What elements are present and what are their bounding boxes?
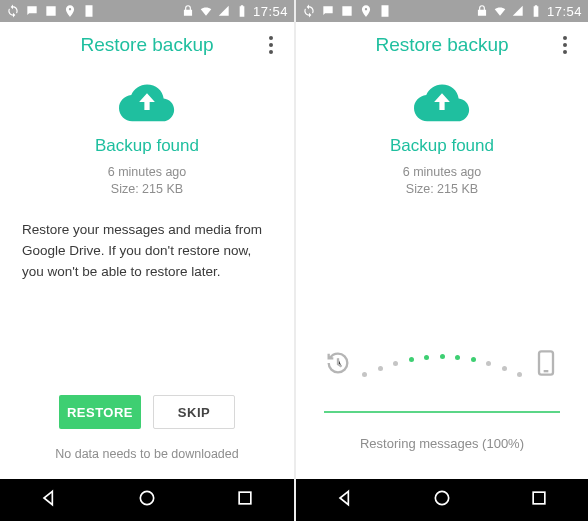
status-wifi-icon (199, 4, 213, 18)
status-signal-icon (511, 4, 525, 18)
app-header: Restore backup (296, 22, 588, 68)
backup-time: 6 minutes ago (108, 164, 187, 181)
status-vpn-icon (475, 4, 489, 18)
phone-panel-left: 17:54 Restore backup Backup found 6 minu… (0, 0, 294, 521)
status-signal-icon (217, 4, 231, 18)
status-image-icon (340, 4, 354, 18)
content-area: Backup found 6 minutes ago Size: 215 KB (296, 68, 588, 479)
status-battery-icon (529, 4, 543, 18)
status-app-icon (82, 4, 96, 18)
app-header: Restore backup (0, 22, 294, 68)
backup-size: Size: 215 KB (108, 181, 187, 198)
status-location-icon (359, 4, 373, 18)
svg-rect-1 (239, 492, 251, 504)
nav-home-button[interactable] (137, 488, 157, 512)
restoring-status: Restoring messages (100%) (296, 436, 588, 451)
status-image-icon (44, 4, 58, 18)
transfer-progress-row (296, 349, 588, 381)
svg-point-4 (435, 491, 448, 504)
status-bar: 17:54 (0, 0, 294, 22)
status-location-icon (63, 4, 77, 18)
svg-point-0 (140, 491, 153, 504)
nav-recent-button[interactable] (235, 488, 255, 512)
restore-description: Restore your messages and media from Goo… (22, 220, 272, 283)
backup-size: Size: 215 KB (403, 181, 482, 198)
nav-recent-button[interactable] (529, 488, 549, 512)
header-title: Restore backup (80, 34, 213, 56)
phone-panel-right: 17:54 Restore backup Backup found 6 minu… (294, 0, 588, 521)
overflow-menu-button[interactable] (260, 34, 282, 56)
backup-time: 6 minutes ago (403, 164, 482, 181)
backup-meta: 6 minutes ago Size: 215 KB (108, 164, 187, 198)
backup-meta: 6 minutes ago Size: 215 KB (403, 164, 482, 198)
nav-home-button[interactable] (432, 488, 452, 512)
nav-bar (0, 479, 294, 521)
status-bar: 17:54 (296, 0, 588, 22)
nav-back-button[interactable] (335, 488, 355, 512)
progress-bar (324, 411, 560, 413)
status-vpn-icon (181, 4, 195, 18)
nav-bar (296, 479, 588, 521)
status-app-icon (378, 4, 392, 18)
status-sync-icon (302, 4, 316, 18)
cloud-upload-icon (414, 82, 470, 126)
status-sync-icon (6, 4, 20, 18)
status-wifi-icon (493, 4, 507, 18)
backup-found-title: Backup found (95, 136, 199, 156)
cloud-upload-icon (119, 82, 175, 126)
header-title: Restore backup (375, 34, 508, 56)
phone-icon (532, 349, 560, 381)
backup-found-title: Backup found (390, 136, 494, 156)
history-icon (324, 349, 352, 381)
overflow-menu-button[interactable] (554, 34, 576, 56)
nav-back-button[interactable] (39, 488, 59, 512)
skip-button[interactable]: SKIP (153, 395, 235, 429)
status-chat-icon (25, 4, 39, 18)
progress-dots (356, 353, 528, 377)
status-chat-icon (321, 4, 335, 18)
status-time: 17:54 (547, 4, 582, 19)
restore-button[interactable]: RESTORE (59, 395, 141, 429)
status-time: 17:54 (253, 4, 288, 19)
status-battery-icon (235, 4, 249, 18)
button-row: RESTORE SKIP (0, 395, 294, 429)
svg-rect-5 (533, 492, 545, 504)
footer-note: No data needs to be downloaded (0, 447, 294, 461)
